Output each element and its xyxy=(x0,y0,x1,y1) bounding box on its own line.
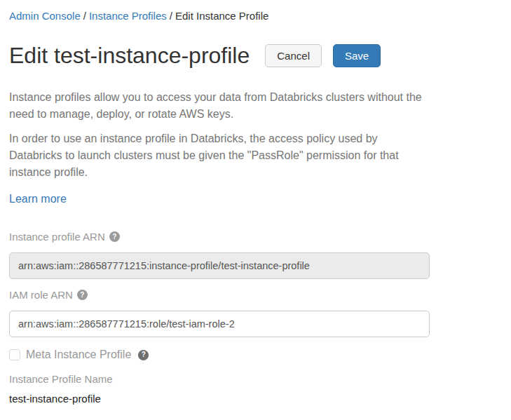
breadcrumb-current-edit-instance-profile: Edit Instance Profile xyxy=(175,10,268,22)
help-icon[interactable]: ? xyxy=(77,290,88,300)
edit-instance-profile-page: Admin Console/Instance Profiles/Edit Ins… xyxy=(0,0,511,405)
iam-role-arn-label: IAM role ARN xyxy=(9,289,73,301)
description-paragraph-2: In order to use an instance profile in D… xyxy=(9,130,430,181)
iam-role-arn-label-row: IAM role ARN ? xyxy=(9,289,430,301)
instance-profile-arn-input xyxy=(9,252,430,279)
description-paragraph-1: Instance profiles allow you to access yo… xyxy=(9,89,430,123)
instance-profile-arn-group: Instance profile ARN ? xyxy=(9,231,430,279)
instance-profile-name-value: test-instance-profile xyxy=(9,393,430,405)
cancel-button[interactable]: Cancel xyxy=(265,44,322,67)
breadcrumb-link-admin-console[interactable]: Admin Console xyxy=(9,10,81,22)
breadcrumb: Admin Console/Instance Profiles/Edit Ins… xyxy=(9,10,511,22)
help-icon[interactable]: ? xyxy=(109,231,120,242)
instance-profile-arn-label: Instance profile ARN xyxy=(9,231,105,243)
meta-instance-profile-checkbox[interactable] xyxy=(9,349,20,360)
iam-role-arn-input[interactable] xyxy=(9,311,430,337)
instance-profile-form: Instance profile ARN ? IAM role ARN ? Me… xyxy=(9,231,430,405)
instance-profile-name-label: Instance Profile Name xyxy=(9,373,430,385)
breadcrumb-link-instance-profiles[interactable]: Instance Profiles xyxy=(89,10,167,22)
breadcrumb-separator: / xyxy=(170,10,172,22)
meta-instance-profile-row: Meta Instance Profile ? xyxy=(9,348,430,361)
save-button[interactable]: Save xyxy=(333,44,381,67)
meta-instance-profile-label[interactable]: Meta Instance Profile xyxy=(26,348,131,361)
page-title: Edit test-instance-profile xyxy=(9,43,250,69)
title-row: Edit test-instance-profile Cancel Save xyxy=(9,43,511,69)
breadcrumb-separator: / xyxy=(83,10,86,22)
instance-profile-arn-label-row: Instance profile ARN ? xyxy=(9,231,430,243)
description: Instance profiles allow you to access yo… xyxy=(9,89,430,205)
help-icon[interactable]: ? xyxy=(138,350,149,360)
iam-role-arn-group: IAM role ARN ? xyxy=(9,289,430,337)
learn-more-link[interactable]: Learn more xyxy=(9,193,67,205)
